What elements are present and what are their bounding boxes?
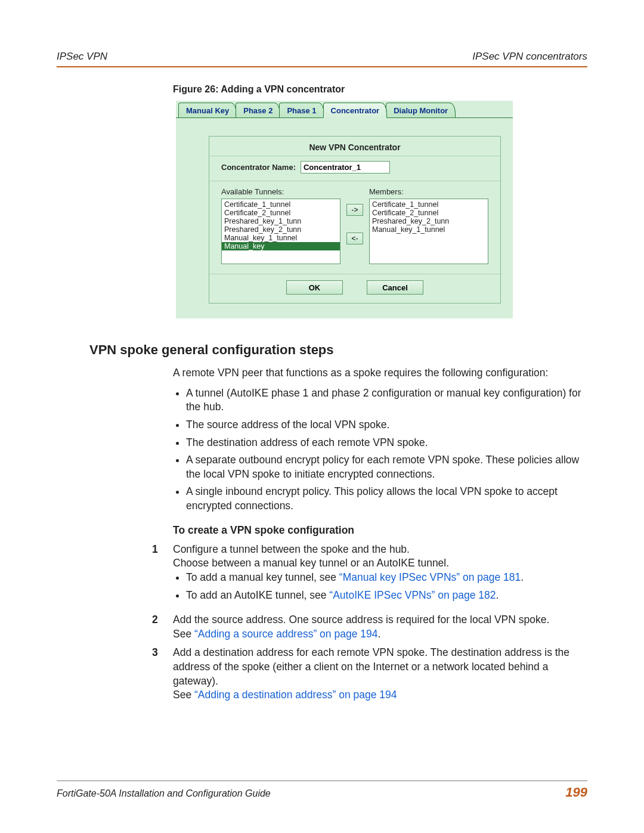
config-bullets: A tunnel (AutoIKE phase 1 and phase 2 co… [173,386,587,513]
tab-concentrator[interactable]: Concentrator [323,103,388,118]
bullet-item: The source address of the local VPN spok… [186,418,587,432]
page: IPSec VPN IPSec VPN concentrators Figure… [0,0,644,833]
step-body: Add the source address. One source addre… [173,613,587,641]
members-label: Members: [369,187,488,196]
text: To add a manual key tunnel, see [186,571,339,583]
step-number: 2 [152,613,173,641]
tab-manual-key[interactable]: Manual Key [178,103,237,117]
list-item[interactable]: Preshared_key_2_tunn [370,217,488,225]
step-body: Configure a tunnel between the spoke and… [173,543,587,609]
list-item[interactable]: Manual_key_1_tunnel [222,234,340,242]
page-number: 199 [565,785,587,800]
list-item[interactable]: Certificate_1_tunnel [222,200,340,209]
text: To add an AutoIKE tunnel, see [186,589,329,601]
concentrator-name-input[interactable] [301,161,390,174]
bullet-item: A tunnel (AutoIKE phase 1 and phase 2 co… [186,386,587,414]
members-listbox[interactable]: Certificate_1_tunnel Certificate_2_tunne… [369,199,488,264]
step-number: 3 [152,646,173,702]
cancel-button[interactable]: Cancel [367,280,423,295]
bullet-item: A separate outbound encrypt policy for e… [186,453,587,481]
step-3: 3 Add a destination address for each rem… [152,646,587,702]
step-number: 1 [152,543,173,609]
remove-button[interactable]: <- [346,233,363,244]
step-sub-bullets: To add a manual key tunnel, see “Manual … [173,571,587,602]
xref-destination-address[interactable]: “Adding a destination address” on page 1… [194,689,397,701]
arrow-column: -> <- [346,187,363,244]
available-label: Available Tunnels: [221,187,340,196]
procedure-subhead: To create a VPN spoke configuration [173,524,587,537]
intro-paragraph: A remote VPN peer that functions as a sp… [173,366,587,380]
list-item[interactable]: Certificate_2_tunnel [222,209,340,217]
figure-caption: Figure 26: Adding a VPN concentrator [173,84,587,95]
text: . [521,571,524,583]
available-column: Available Tunnels: Certificate_1_tunnel … [221,187,340,264]
panel-title: New VPN Concentrator [209,137,500,156]
footer-rule [57,781,587,781]
footer-row: FortiGate-50A Installation and Configura… [57,785,587,800]
page-footer: FortiGate-50A Installation and Configura… [57,781,587,800]
list-item[interactable]: Manual_key_1_tunnel [370,225,488,234]
concentrator-name-row: Concentrator Name: [209,156,500,181]
vpn-concentrator-screenshot: Manual Key Phase 2 Phase 1 Concentrator … [176,101,513,318]
bullet-item: To add an AutoIKE tunnel, see “AutoIKE I… [186,589,587,603]
list-item[interactable]: Certificate_2_tunnel [370,209,488,217]
step-text: Add a destination address for each remot… [173,646,569,686]
tab-dialup-monitor[interactable]: Dialup Monitor [386,103,456,117]
list-item[interactable]: Preshared_key_2_tunn [222,225,340,234]
xref-manual-key[interactable]: “Manual key IPSec VPNs” on page 181 [339,571,521,583]
step-1: 1 Configure a tunnel between the spoke a… [152,543,587,609]
dual-list: Available Tunnels: Certificate_1_tunnel … [209,181,500,274]
text: See [173,689,194,701]
members-column: Members: Certificate_1_tunnel Certificat… [369,187,488,264]
ok-button[interactable]: OK [286,280,343,295]
text: See [173,628,194,640]
concentrator-panel: New VPN Concentrator Concentrator Name: … [209,136,501,304]
running-head-left: IPSec VPN [57,51,107,63]
available-listbox[interactable]: Certificate_1_tunnel Certificate_2_tunne… [221,199,340,264]
step-text: Configure a tunnel between the spoke and… [173,543,410,555]
running-head: IPSec VPN IPSec VPN concentrators [57,51,587,65]
step-2: 2 Add the source address. One source add… [152,613,587,641]
step-body: Add a destination address for each remot… [173,646,587,702]
add-button[interactable]: -> [346,204,363,216]
concentrator-name-label: Concentrator Name: [221,163,296,172]
list-item[interactable]: Manual_key [222,242,340,250]
running-head-right: IPSec VPN concentrators [472,51,587,63]
section-heading: VPN spoke general configuration steps [89,342,587,358]
tab-row: Manual Key Phase 2 Phase 1 Concentrator … [176,101,513,118]
bullet-item: The destination address of each remote V… [186,436,587,450]
tab-phase-2[interactable]: Phase 2 [236,103,280,117]
list-item[interactable]: Preshared_key_1_tunn [222,217,340,225]
bullet-item: A single inbound encrypt policy. This po… [186,485,587,513]
bullet-item: To add a manual key tunnel, see “Manual … [186,571,587,585]
footer-title: FortiGate-50A Installation and Configura… [57,788,271,799]
ok-cancel-row: OK Cancel [209,274,500,303]
list-item[interactable]: Certificate_1_tunnel [370,200,488,209]
step-text: Add the source address. One source addre… [173,614,549,625]
tab-phase-1[interactable]: Phase 1 [279,103,324,117]
head-rule [57,66,587,67]
xref-source-address[interactable]: “Adding a source address” on page 194 [194,628,377,640]
text: . [496,589,499,601]
text: . [377,628,380,640]
xref-autoike[interactable]: “AutoIKE IPSec VPNs” on page 182 [329,589,496,601]
step-text: Choose between a manual key tunnel or an… [173,557,449,569]
